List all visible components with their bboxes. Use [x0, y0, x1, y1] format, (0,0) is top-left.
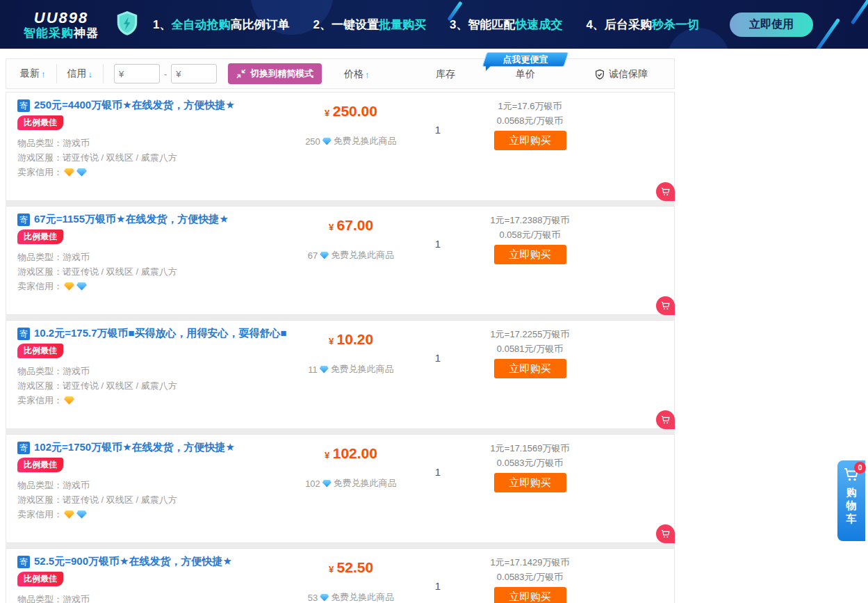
- cart-float-widget[interactable]: 0 购物车: [837, 460, 865, 541]
- seller-credit-line: 卖家信用：: [17, 165, 295, 179]
- divider: [56, 64, 57, 83]
- listing-price: ¥ 102.00: [325, 445, 377, 462]
- exchange-line: 53 免费兑换此商品: [308, 591, 394, 603]
- buy-now-button[interactable]: 立即购买: [494, 245, 566, 264]
- credit-gems: [64, 282, 87, 291]
- unit-price-column: 1元=17.2388万银币 0.058元/万银币 立即购买: [469, 213, 591, 314]
- cart-icon: 0: [843, 466, 860, 484]
- item-type-line: 物品类型：游戏币: [17, 364, 295, 378]
- price-max-input[interactable]: [171, 64, 217, 83]
- stock-column: 1: [407, 555, 469, 603]
- best-ratio-badge: 比例最佳: [17, 230, 63, 244]
- listing-price: ¥ 67.00: [329, 217, 373, 234]
- sort-price[interactable]: 价格 ↑: [344, 59, 370, 90]
- yen-symbol: ¥: [329, 564, 334, 574]
- listing-row: 寄 52.5元=900万银币★在线发货，方便快捷★ 比例最佳 物品类型：游戏币 …: [6, 548, 675, 603]
- cart-icon: [660, 186, 671, 197]
- blue-gem-icon: [76, 168, 87, 177]
- stock-value: 1: [435, 238, 441, 250]
- item-type-line: 物品类型：游戏币: [17, 250, 295, 264]
- yen-symbol: ¥: [329, 222, 334, 232]
- cart-icon: [660, 415, 671, 425]
- add-to-cart-corner-button[interactable]: [656, 182, 675, 201]
- listing-info: 寄 250元=4400万银币★在线发货，方便快捷★ 比例最佳 物品类型：游戏币 …: [17, 99, 295, 200]
- best-ratio-badge: 比例最佳: [17, 344, 63, 358]
- stock-column: 1: [407, 213, 469, 314]
- add-to-cart-corner-button[interactable]: [656, 524, 675, 543]
- consign-tag: 寄: [17, 328, 30, 340]
- listing-price: ¥ 10.20: [329, 331, 373, 348]
- cart-icon: [660, 529, 671, 539]
- buy-now-button[interactable]: 立即购买: [494, 587, 566, 603]
- consign-tag: 寄: [17, 99, 30, 112]
- listing-title-link[interactable]: 52.5元=900万银币★在线发货，方便快捷★: [34, 555, 232, 568]
- yen-symbol: ¥: [325, 108, 329, 118]
- best-ratio-badge: 比例最佳: [17, 115, 63, 130]
- sort-newest[interactable]: 最新 ↑: [20, 67, 46, 80]
- unit-price-column: 1元=17.1429万银币 0.0583元/万银币 立即购买: [469, 555, 591, 603]
- add-to-cart-corner-button[interactable]: [656, 410, 675, 429]
- add-to-cart-corner-button[interactable]: [656, 296, 675, 315]
- banner-feature: 3、智能匹配快速成交: [450, 17, 562, 33]
- credit-gems: [64, 168, 87, 177]
- buy-now-button[interactable]: 立即购买: [494, 359, 566, 378]
- banner-decor-slash: [814, 18, 840, 49]
- credit-gems: [64, 396, 74, 405]
- stock-column: 1: [407, 441, 469, 542]
- unit-price-line: 0.0583元/万银币: [497, 456, 563, 470]
- banner-feature: 2、一键设置批量购买: [313, 17, 425, 33]
- credit-gems: [64, 510, 87, 519]
- arrow-down-icon: ↓: [88, 69, 93, 79]
- price-column: ¥ 102.00 102 免费兑换此商品: [295, 441, 407, 542]
- buy-now-button[interactable]: 立即购买: [494, 131, 566, 150]
- listing-title-link[interactable]: 67元=1155万银币★在线发货，方便快捷★: [34, 213, 229, 226]
- buy-now-button[interactable]: 立即购买: [494, 473, 566, 492]
- listing-price: ¥ 52.50: [329, 559, 373, 576]
- cart-icon: [660, 300, 671, 311]
- stock-value: 1: [435, 466, 441, 478]
- exchange-line: 11 免费兑换此商品: [308, 363, 394, 376]
- range-separator: -: [164, 69, 167, 79]
- integrity-filter[interactable]: 诚信保障: [594, 59, 648, 90]
- shield-check-icon: [594, 69, 605, 81]
- unit-price-line: 0.058元/万银币: [499, 227, 560, 242]
- exchange-line: 250 免费兑换此商品: [305, 135, 397, 147]
- price-min-input[interactable]: [114, 64, 160, 83]
- consign-tag: 寄: [17, 442, 30, 454]
- listing-info: 寄 52.5元=900万银币★在线发货，方便快捷★ 比例最佳 物品类型：游戏币 …: [17, 555, 295, 603]
- compact-mode-button[interactable]: 切换到精简模式: [228, 63, 322, 84]
- listing-title-link[interactable]: 10.2元=175.7万银币■买得放心，用得安心，耍得舒心■: [34, 327, 287, 340]
- compress-arrows-icon: [236, 69, 246, 79]
- banner-decor-slash: [851, 0, 868, 24]
- use-now-button[interactable]: 立即使用: [730, 13, 813, 37]
- banner-feature: 1、全自动抢购高比例订单: [153, 17, 289, 33]
- sort-credit[interactable]: 信用 ↓: [67, 67, 93, 80]
- blue-gem-icon: [322, 480, 331, 488]
- exchange-line: 67 免费兑换此商品: [308, 249, 394, 262]
- sort-newest-label: 最新: [20, 67, 40, 80]
- rate-line: 1元=17.1429万银币: [491, 555, 570, 570]
- unit-price-line: 0.0583元/万银币: [497, 570, 563, 584]
- rate-line: 1元=17.6万银币: [498, 99, 562, 113]
- compact-mode-label: 切换到精简模式: [250, 67, 313, 80]
- rate-line: 1元=17.2255万银币: [491, 327, 570, 341]
- stock-value: 1: [435, 352, 441, 364]
- arrow-up-icon: ↑: [365, 70, 370, 80]
- best-ratio-badge: 比例最佳: [17, 458, 63, 472]
- stock-value: 1: [435, 580, 441, 592]
- unit-price-column: 1元=17.2255万银币 0.0581元/万银币 立即购买: [469, 327, 591, 428]
- yen-symbol: ¥: [329, 336, 334, 346]
- listings: 寄 250元=4400万银币★在线发货，方便快捷★ 比例最佳 物品类型：游戏币 …: [6, 92, 675, 603]
- yellow-gem-icon: [64, 168, 74, 177]
- listing-title-link[interactable]: 102元=1750万银币★在线发货，方便快捷★: [34, 441, 235, 454]
- seller-credit-line: 卖家信用：: [17, 279, 295, 294]
- unit-price-line: 0.0581元/万银币: [497, 341, 563, 356]
- seller-credit-line: 卖家信用：: [17, 393, 295, 408]
- listing-info: 寄 102元=1750万银币★在线发货，方便快捷★ 比例最佳 物品类型：游戏币 …: [17, 441, 295, 542]
- unit-price-line: 0.0568元/万银币: [497, 113, 563, 128]
- yellow-gem-icon: [64, 396, 74, 405]
- logo-title: UU898: [24, 9, 99, 26]
- stock-value: 1: [435, 124, 441, 136]
- server-line: 游戏区服：诺亚传说 / 双线区 / 威震八方: [17, 264, 295, 279]
- listing-title-link[interactable]: 250元=4400万银币★在线发货，方便快捷★: [34, 99, 235, 112]
